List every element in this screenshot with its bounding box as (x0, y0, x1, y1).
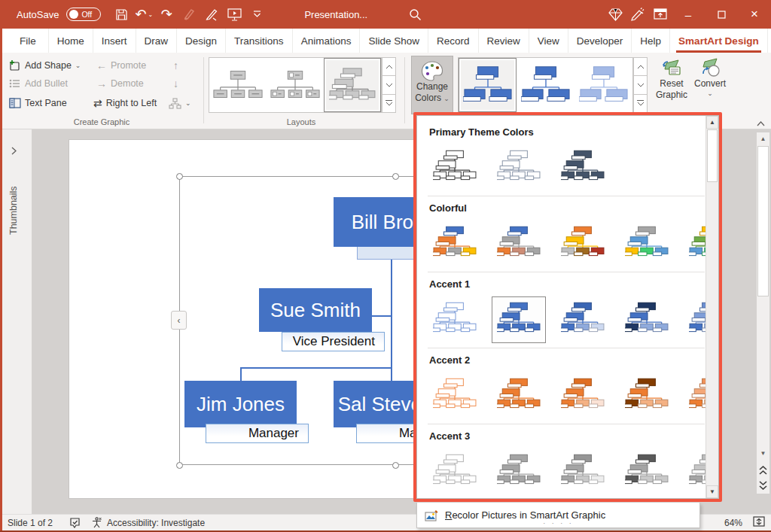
styles-scroll-down-button[interactable] (633, 76, 648, 94)
tab-transitions[interactable]: Transitions (226, 29, 293, 53)
change-colors-button[interactable]: Change Colors ⌄ (411, 56, 453, 114)
tab-insert[interactable]: Insert (93, 29, 136, 53)
document-title[interactable]: Presentation... (304, 9, 367, 20)
dropdown-scroll-up-button[interactable]: ▲ (706, 116, 718, 129)
tab-file[interactable]: File (8, 29, 49, 53)
color-variant-primary-theme-colors-3[interactable] (556, 144, 610, 191)
color-variant-accent-3-3[interactable] (556, 448, 610, 495)
scrollbar-thumb[interactable] (757, 146, 769, 296)
right-to-left-button[interactable]: ⇄ Right to Left (93, 95, 157, 111)
vertical-scrollbar[interactable]: ▲ ▼ (757, 132, 769, 494)
zoom-level[interactable]: 64% (724, 518, 742, 528)
start-slideshow-icon[interactable] (223, 0, 245, 29)
tab-animations[interactable]: Animations (293, 29, 361, 53)
autosave-toggle[interactable]: Off (66, 8, 101, 21)
tab-help[interactable]: Help (632, 29, 670, 53)
color-variant-accent-3-4[interactable] (620, 448, 674, 495)
thumbnails-pane-collapsed[interactable]: Thumbnails (2, 129, 32, 514)
save-icon[interactable] (110, 0, 133, 29)
convert-button[interactable]: Convert ⌄ (691, 57, 729, 97)
layouts-scroll-up-button[interactable] (382, 57, 396, 76)
tab-record[interactable]: Record (428, 29, 479, 53)
color-variant-primary-theme-colors-2[interactable] (492, 144, 546, 191)
designer-icon[interactable] (604, 0, 626, 29)
expand-thumbnails-icon[interactable] (11, 144, 17, 158)
undo-button[interactable]: ↶⌄ (133, 0, 155, 29)
tab-format[interactable]: Format (768, 29, 771, 53)
add-shape-button[interactable]: Add Shape ⌄ (9, 57, 81, 74)
color-variant-accent-1-2[interactable] (492, 296, 546, 343)
move-down-button[interactable]: ↓ (173, 75, 178, 92)
tab-slide-show[interactable]: Slide Show (360, 29, 428, 53)
selection-handle[interactable] (392, 462, 399, 469)
scroll-down-button[interactable]: ▼ (757, 447, 769, 459)
color-variant-primary-theme-colors-1[interactable] (428, 144, 482, 191)
tab-view[interactable]: View (529, 29, 568, 53)
menu-resize-grip[interactable]: · · · · (417, 519, 699, 527)
recolor-pictures-menu-item[interactable]: Recolor Pictures in SmartArt Graphic · ·… (416, 503, 700, 528)
add-bullet-button[interactable]: Add Bullet (9, 75, 68, 92)
layout-option-picture-organization-chart[interactable] (267, 58, 324, 112)
tab-design[interactable]: Design (177, 29, 226, 53)
color-variant-accent-1-4[interactable] (620, 296, 674, 343)
ribbon-display-icon[interactable] (649, 0, 672, 29)
color-variant-accent-2-2[interactable] (492, 372, 546, 419)
color-variant-colorful-2[interactable] (492, 220, 546, 267)
redo-button[interactable]: ↷ (155, 0, 178, 29)
color-variant-accent-2-4[interactable] (620, 372, 674, 419)
selection-handle[interactable] (392, 173, 399, 180)
dropdown-section-title: Colorful (429, 202, 706, 214)
search-icon[interactable] (404, 0, 426, 29)
color-variant-accent-3-2[interactable] (492, 448, 546, 495)
layout-option-name-and-title-organization-chart[interactable] (324, 58, 381, 112)
accessibility-label: Accessibility: Investigate (107, 518, 205, 528)
selection-handle[interactable] (176, 173, 183, 180)
toolbar-overflow-icon[interactable] (245, 0, 268, 29)
smartart-style-simple-fill[interactable] (459, 58, 517, 112)
tab-draw[interactable]: Draw (136, 29, 178, 53)
color-variant-colorful-1[interactable] (428, 220, 482, 267)
scroll-up-button[interactable]: ▲ (757, 132, 769, 144)
tab-home[interactable]: Home (49, 29, 93, 53)
minimize-button[interactable]: – (672, 0, 705, 29)
smartart-style-white-outline[interactable] (517, 58, 574, 112)
demote-button[interactable]: → Demote (96, 75, 144, 92)
tab-review[interactable]: Review (479, 29, 529, 53)
color-variant-accent-1-1[interactable] (428, 296, 482, 343)
reset-graphic-button[interactable]: Reset Graphic (654, 57, 690, 101)
draw-ink-icon[interactable] (200, 0, 223, 29)
promote-button[interactable]: ← Promote (96, 57, 146, 74)
layout-option-organization-chart[interactable] (209, 58, 267, 112)
text-pane-toggle-button[interactable]: ‹ (171, 311, 187, 330)
dropdown-scrollbar-thumb[interactable] (707, 129, 718, 182)
layouts-more-button[interactable] (382, 95, 396, 113)
highlighter-icon[interactable] (178, 0, 200, 29)
styles-scroll-up-button[interactable] (633, 57, 648, 76)
tab-smartart-design[interactable]: SmartArt Design (670, 29, 768, 53)
color-variant-colorful-4[interactable] (620, 220, 674, 267)
previous-slide-button[interactable] (757, 464, 769, 477)
maximize-button[interactable] (705, 0, 738, 29)
accessibility-checker[interactable]: Accessibility: Investigate (91, 517, 205, 528)
selection-handle[interactable] (176, 462, 183, 469)
close-button[interactable]: × (738, 0, 771, 29)
dropdown-scrollbar[interactable]: ▲ ▼ (705, 116, 718, 498)
text-pane-button[interactable]: Text Pane (9, 95, 67, 111)
color-variant-colorful-3[interactable] (556, 220, 610, 267)
dropdown-scroll-down-button[interactable]: ▼ (706, 485, 718, 498)
spellcheck-icon[interactable] (69, 517, 81, 528)
color-variant-accent-3-1[interactable] (428, 448, 482, 495)
tab-developer[interactable]: Developer (568, 29, 632, 53)
collapse-ribbon-button[interactable] (753, 118, 768, 129)
next-slide-button[interactable] (757, 479, 769, 492)
layouts-scroll-down-button[interactable] (382, 76, 396, 94)
color-variant-accent-2-1[interactable] (428, 372, 482, 419)
styles-more-button[interactable] (633, 95, 648, 113)
editing-mode-icon[interactable] (626, 0, 649, 29)
color-variant-accent-2-3[interactable] (556, 372, 610, 419)
smartart-style-subtle-effect[interactable] (574, 58, 632, 112)
fit-slide-icon[interactable] (753, 516, 765, 529)
move-up-button[interactable]: ↑ (173, 57, 178, 74)
color-variant-accent-1-3[interactable] (556, 296, 610, 343)
org-chart-layout-button[interactable]: ⌄ (169, 95, 191, 111)
